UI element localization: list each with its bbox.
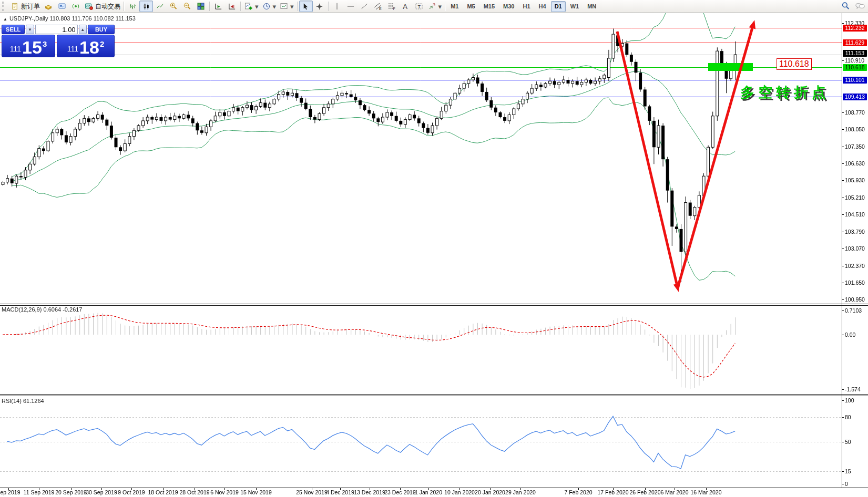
sell-price-panel[interactable]: 111 15 3 (2, 35, 55, 57)
template-icon (279, 2, 289, 11)
price-axis[interactable]: 112.330110.910108.770108.050107.350106.6… (842, 13, 868, 488)
toolbar-separator (124, 2, 124, 11)
date-tick: 23 Dec 2019 (384, 489, 416, 495)
dropdown-arrow-icon: ▾ (438, 3, 442, 10)
equidistant-channel-icon: E (373, 2, 383, 11)
price-tick: 103.790 (845, 229, 865, 235)
one-click-panel-toggle[interactable]: ▲ (3, 17, 7, 22)
volume-input[interactable]: 1.00 (35, 25, 78, 34)
timeframe-m1[interactable]: M1 (447, 1, 462, 12)
auto-scroll-icon (213, 2, 223, 11)
date-tick: 29 Jan 2020 (505, 489, 536, 495)
trendline-icon (360, 2, 369, 11)
date-tick: 9 Oct 2019 (118, 489, 145, 495)
text-label-button[interactable]: T (412, 1, 426, 12)
zoom-out-button[interactable] (180, 1, 194, 12)
arrows-button[interactable]: ▾ (426, 1, 444, 12)
fibonacci-button[interactable]: F (385, 1, 399, 12)
turning-point-annotation[interactable]: 多空转折点 (740, 83, 830, 102)
price-tick: 105.930 (845, 177, 865, 183)
date-tick: 6 Mar 2020 (660, 489, 688, 495)
toolbar-separator (445, 2, 445, 11)
vertical-line-button[interactable] (330, 1, 344, 12)
zoom-in-button[interactable] (167, 1, 180, 12)
sell-button[interactable]: SELL (2, 25, 25, 34)
channel-button[interactable]: E (371, 1, 385, 12)
price-tick: 103.070 (845, 245, 865, 252)
buy-button[interactable]: BUY (88, 25, 115, 34)
tile-windows-icon (196, 2, 206, 11)
rsi-label: RSI(14) 61.1264 (2, 398, 44, 404)
indicator-axis-tick: 50 (845, 439, 851, 445)
chart-canvas[interactable] (0, 0, 868, 497)
price-badge: 110.101 (843, 77, 867, 84)
volume-increase-button[interactable]: ▲ (79, 25, 87, 34)
toolbar-grip[interactable] (2, 2, 7, 11)
new-order-button[interactable]: 新订单 (8, 1, 42, 12)
chart-title-text: USDJPY-,Daily 110.803 111.706 110.082 11… (9, 15, 136, 22)
price-tick: 100.950 (845, 296, 865, 303)
candlestick-chart-button[interactable] (139, 1, 153, 12)
dropdown-arrow-icon: ▾ (255, 3, 259, 10)
bar-chart-button[interactable] (126, 1, 139, 12)
timeframe-m5[interactable]: M5 (463, 1, 478, 12)
timeframe-h4[interactable]: H4 (535, 1, 550, 12)
fibonacci-icon: F (387, 2, 396, 11)
signals-button[interactable] (69, 1, 83, 12)
trendline-button[interactable] (358, 1, 371, 12)
one-click-trading-panel: SELL ▼ 1.00 ▲ BUY 111 15 3 111 18 2 (2, 25, 115, 57)
chart-shift-button[interactable] (225, 1, 239, 12)
volume-decrease-button[interactable]: ▼ (26, 25, 34, 34)
timeframe-group: M1M5M15M30H1H4D1W1MN (447, 1, 600, 12)
cursor-button[interactable] (299, 1, 313, 12)
date-tick: 1 Jan 2020 (415, 489, 442, 495)
date-tick: Sep 2019 (0, 489, 20, 495)
timeframe-h1[interactable]: H1 (519, 1, 534, 12)
price-badge: 110.618 (843, 64, 867, 71)
arrow-shapes-icon (427, 2, 437, 11)
svg-text:E: E (379, 7, 382, 11)
toolbar-separator (240, 2, 241, 11)
timeframe-w1[interactable]: W1 (567, 1, 583, 12)
timeframe-mn[interactable]: MN (584, 1, 600, 12)
templates-button[interactable]: ▾ (278, 1, 295, 12)
chart-shift-icon (227, 2, 237, 11)
horizontal-line-button[interactable] (344, 1, 358, 12)
toolbar-separator (209, 2, 210, 11)
date-tick: 17 Feb 2020 (598, 489, 629, 495)
market-watch-button[interactable] (55, 1, 69, 12)
crosshair-button[interactable] (313, 1, 326, 12)
price-level-annotation[interactable]: 110.618 (777, 58, 812, 70)
date-tick: 10 Jan 2020 (444, 489, 475, 495)
date-axis[interactable]: Sep 201911 Sep 201920 Sep 201930 Sep 201… (0, 489, 868, 497)
horizontal-line-icon (346, 2, 355, 11)
auto-scroll-button[interactable] (211, 1, 225, 12)
timeframe-m15[interactable]: M15 (480, 1, 498, 12)
line-chart-icon (155, 2, 165, 11)
text-button[interactable]: A (399, 1, 412, 12)
chat-icon[interactable] (855, 1, 865, 11)
search-icon[interactable] (841, 1, 850, 11)
date-tick: 25 Nov 2019 (296, 489, 328, 495)
indicator-axis-tick: 0 (845, 481, 848, 487)
indicator-axis-tick: -1.574 (845, 386, 861, 392)
indicator-axis-tick: 0.00 (845, 332, 855, 338)
autotrading-button[interactable]: 自动交易 (83, 1, 122, 12)
date-tick: 15 Nov 2019 (240, 489, 272, 495)
timeframe-d1[interactable]: D1 (551, 1, 566, 12)
signal-icon (71, 2, 80, 11)
sell-price-figure: 111 (10, 45, 21, 53)
chart-title: ▲USDJPY-,Daily 110.803 111.706 110.082 1… (3, 15, 136, 22)
tile-windows-button[interactable] (194, 1, 208, 12)
price-tick: 105.210 (845, 194, 865, 201)
buy-price-panel[interactable]: 111 18 2 (57, 35, 115, 57)
line-chart-button[interactable] (153, 1, 167, 12)
date-tick: 30 Sep 2019 (86, 489, 117, 495)
timeframe-m30[interactable]: M30 (499, 1, 518, 12)
indicators-button[interactable]: ▾ (242, 1, 260, 12)
periods-button[interactable]: ▾ (260, 1, 278, 12)
toolbar-separator (297, 2, 298, 11)
date-tick: 20 Sep 2019 (55, 489, 87, 495)
svg-text:T: T (417, 4, 421, 9)
inbox-button[interactable] (42, 1, 55, 12)
